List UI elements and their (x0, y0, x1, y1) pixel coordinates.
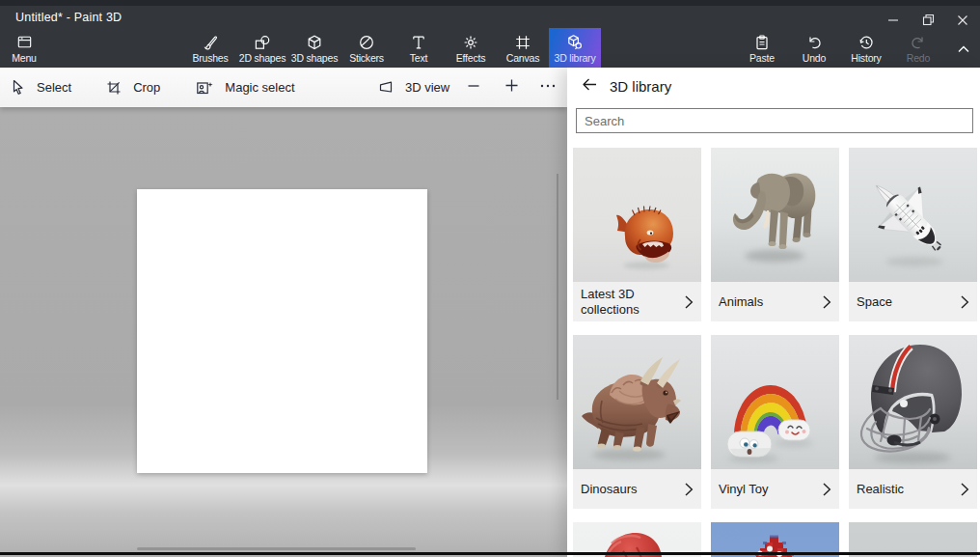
workspace (0, 107, 567, 557)
card-title: Realistic (849, 482, 929, 497)
window-title: Untitled* - Paint 3D (15, 11, 122, 24)
magic-select-icon (195, 79, 214, 97)
card-title: Vinyl Toy (711, 482, 794, 497)
card-label-bar: Space (849, 282, 977, 321)
menu-label: Menu (12, 52, 36, 64)
plus-icon (504, 77, 520, 97)
tab-label: Stickers (349, 52, 384, 64)
2d-shapes-icon (253, 33, 272, 51)
card-label-bar: Dinosaurs (573, 469, 701, 509)
library-card-grid: Latest 3D collections (573, 148, 977, 557)
menu-button[interactable]: Menu (0, 28, 48, 68)
tab-label: Effects (456, 52, 486, 64)
tab-label: Brushes (192, 52, 228, 64)
tab-stickers[interactable]: Stickers (340, 28, 393, 68)
vertical-scrollbar[interactable] (557, 174, 558, 400)
magic-select-tool-button[interactable]: Magic select (195, 79, 294, 97)
tab-label: Text (410, 52, 427, 64)
action-label: Undo (803, 52, 826, 64)
tab-3d-shapes[interactable]: 3D shapes (288, 28, 340, 68)
redo-button[interactable]: Redo (892, 28, 944, 68)
action-label: History (851, 52, 881, 64)
more-options-button[interactable] (533, 73, 562, 102)
select-cursor-icon (10, 78, 26, 97)
back-button[interactable] (577, 73, 602, 98)
effects-icon (461, 33, 480, 51)
3d-shapes-icon (305, 33, 324, 51)
chevron-up-icon (956, 42, 971, 61)
tab-2d-shapes[interactable]: 2D shapes (236, 28, 288, 68)
back-arrow-icon (580, 74, 600, 98)
canvas-icon (513, 33, 532, 51)
window-chrome: Untitled* - Paint 3D Menu (0, 0, 980, 68)
card-label-bar: Latest 3D collections (573, 282, 701, 321)
tab-3d-library[interactable]: 3D library (549, 28, 601, 68)
close-icon (954, 12, 971, 29)
card-title: Dinosaurs (573, 482, 663, 497)
tab-label: 3D library (555, 52, 596, 64)
tab-effects[interactable]: Effects (445, 28, 497, 68)
text-icon (409, 33, 428, 51)
chevron-right-icon (684, 294, 694, 314)
card-realistic[interactable]: Realistic (849, 335, 977, 509)
history-icon (857, 33, 876, 51)
chevron-right-icon (960, 294, 969, 314)
paste-button[interactable]: Paste (736, 28, 788, 68)
card-latest-3d-collections[interactable]: Latest 3D collections (573, 148, 701, 321)
panel-title: 3D library (610, 78, 671, 95)
tab-label: 2D shapes (239, 52, 286, 64)
card-title: Latest 3D collections (573, 287, 701, 318)
tab-canvas[interactable]: Canvas (497, 28, 549, 68)
magic-select-tool-label: Magic select (225, 80, 294, 95)
card-title: Animals (711, 294, 788, 310)
3d-view-icon (377, 79, 395, 96)
ribbon-actions: Paste Undo History (736, 28, 944, 68)
card-title: Space (849, 294, 917, 310)
title-bar: Untitled* - Paint 3D (0, 6, 980, 28)
redo-icon (909, 33, 928, 51)
tab-text[interactable]: Text (393, 28, 445, 68)
triceratops-model-image (573, 335, 701, 469)
football-helmet-model-image (849, 335, 977, 469)
history-button[interactable]: History (840, 28, 892, 68)
card-animals[interactable]: Animals (711, 148, 839, 321)
zoom-in-button[interactable] (497, 73, 526, 102)
brush-icon (201, 33, 220, 51)
minimize-icon (885, 12, 902, 29)
ribbon-tabs: Brushes 2D shapes 3D shapes (184, 28, 601, 68)
tab-brushes[interactable]: Brushes (184, 28, 236, 68)
3d-view-label: 3D view (405, 80, 449, 95)
collapse-ribbon-button[interactable] (950, 38, 977, 65)
card-dinosaurs[interactable]: Dinosaurs (573, 335, 701, 509)
chevron-right-icon (960, 482, 969, 501)
select-tool-button[interactable]: Select (10, 78, 71, 97)
card-vinyl-toy[interactable]: Vinyl Toy (711, 335, 839, 509)
window-bottom-edge (0, 552, 980, 555)
drawing-canvas[interactable] (137, 189, 427, 473)
restore-icon (919, 12, 937, 29)
fish-model-image (573, 148, 701, 282)
horizontal-scrollbar[interactable] (137, 547, 416, 550)
card-label-bar: Animals (711, 282, 839, 321)
zoom-out-button[interactable] (459, 73, 488, 102)
stickers-icon (357, 33, 376, 51)
space-shuttle-model-image (849, 148, 977, 282)
panel-header: 3D library (567, 68, 980, 104)
search-input[interactable] (576, 108, 973, 133)
chevron-right-icon (822, 482, 831, 501)
card-space[interactable]: Space (849, 148, 977, 321)
card-label-bar: Vinyl Toy (711, 469, 839, 509)
paste-icon (752, 33, 772, 51)
crop-tool-label: Crop (133, 80, 160, 95)
selection-toolbar: Select Crop Magic select 3D view (0, 68, 567, 107)
chevron-right-icon (684, 482, 694, 501)
action-label: Redo (907, 52, 930, 64)
3d-library-icon (565, 33, 585, 51)
rainbow-toy-model-image (711, 335, 839, 469)
3d-view-button[interactable]: 3D view (377, 79, 449, 96)
crop-tool-button[interactable]: Crop (105, 79, 160, 97)
tab-label: Canvas (506, 52, 539, 64)
undo-button[interactable]: Undo (788, 28, 840, 68)
elephant-model-image (711, 148, 839, 282)
menu-icon (15, 33, 34, 51)
